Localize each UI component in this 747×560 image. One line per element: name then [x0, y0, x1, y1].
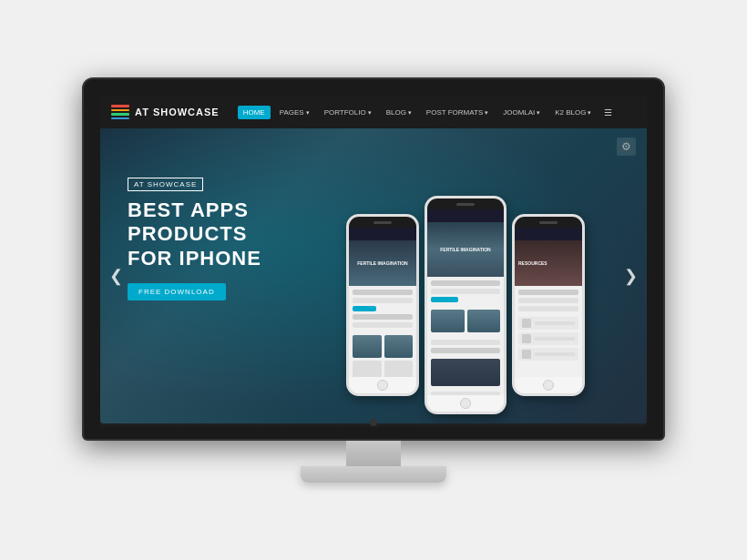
nav-item-joomlai[interactable]: JOOMLAI [497, 106, 546, 119]
hero-title: BEST APPS PRODUCTS FOR IPHONE [128, 199, 261, 270]
logo-text: AT SHOWCASE [135, 107, 220, 117]
monitor-wrapper: AT SHOWCASE HOME PAGES PORTFOLIO BLOG PO… [82, 77, 665, 483]
monitor-stand-base [301, 466, 446, 483]
site-logo: AT SHOWCASE [111, 105, 220, 119]
nav-item-home[interactable]: HOME [238, 106, 271, 119]
phones-container: FERTILE IMAGINATION [346, 147, 629, 414]
phone-center: FERTILE IMAGINATION [425, 196, 507, 414]
screen: AT SHOWCASE HOME PAGES PORTFOLIO BLOG PO… [100, 96, 647, 423]
phone-left-hero-text: FERTILE IMAGINATION [355, 259, 409, 268]
phone-right-hero-text: RESOURCES [515, 259, 551, 268]
hero-section: ❮ ❯ ⚙ AT SHOWCASE BEST APPS PRODUCTS FOR… [100, 128, 647, 423]
hero-content: AT SHOWCASE BEST APPS PRODUCTS FOR IPHON… [128, 174, 261, 300]
nav-item-k2blog[interactable]: K2 BLOG [549, 106, 597, 119]
nav-item-pages[interactable]: PAGES [274, 106, 315, 119]
hero-badge: AT SHOWCASE [128, 178, 203, 191]
hero-prev-arrow[interactable]: ❮ [109, 266, 123, 286]
nav-item-blog[interactable]: BLOG [381, 106, 417, 119]
settings-icon[interactable]: ⚙ [617, 137, 636, 156]
hero-next-arrow[interactable]: ❯ [624, 266, 638, 286]
phone-left: FERTILE IMAGINATION [346, 214, 419, 396]
nav-item-post-formats[interactable]: POST FORMATS [421, 106, 494, 119]
logo-icon [111, 105, 129, 119]
hamburger-icon[interactable]: ☰ [604, 107, 612, 117]
site-navbar: AT SHOWCASE HOME PAGES PORTFOLIO BLOG PO… [100, 96, 647, 128]
phone-right: RESOURCES [512, 214, 585, 396]
monitor: AT SHOWCASE HOME PAGES PORTFOLIO BLOG PO… [82, 77, 665, 441]
nav-items: HOME PAGES PORTFOLIO BLOG POST FORMATS J… [238, 106, 613, 119]
nav-item-portfolio[interactable]: PORTFOLIO [319, 106, 377, 119]
hero-cta-button[interactable]: FREE DOWNLOAD [128, 283, 226, 300]
monitor-camera [370, 419, 377, 426]
monitor-stand-neck [346, 441, 401, 466]
